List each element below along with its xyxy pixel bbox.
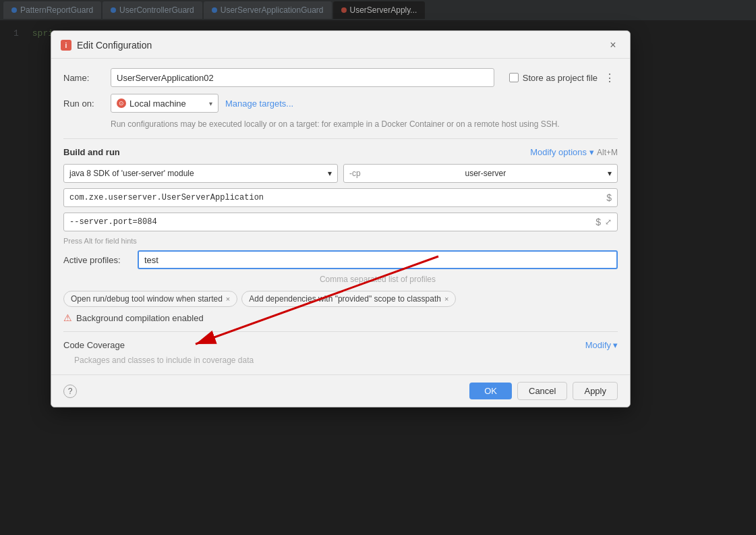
coverage-title: Code Coverage — [63, 340, 125, 350]
vm-options-field[interactable]: --server.port=8084 — [69, 217, 595, 227]
name-row: Name: Store as project file ⋮ — [63, 68, 618, 87]
edit-configuration-dialog: i Edit Configuration × Name: Store as pr… — [51, 30, 631, 407]
badge-run-debug-label: Open run/debug tool window when started — [71, 294, 223, 304]
expand-icon[interactable]: ⤢ — [605, 217, 612, 227]
coverage-modify-link[interactable]: Modify ▾ — [585, 340, 618, 350]
active-profiles-row: Active profiles: — [63, 250, 618, 269]
apply-button[interactable]: Apply — [573, 382, 618, 400]
dialog-titlebar: i Edit Configuration × — [51, 31, 630, 59]
vm-options-icons: $ ⤢ — [595, 217, 612, 227]
dialog-body: Name: Store as project file ⋮ Run on: ⊙ … — [51, 59, 630, 374]
build-run-title: Build and run — [63, 147, 120, 157]
coverage-modify-chevron: ▾ — [613, 340, 618, 350]
build-run-header: Build and run Modify options ▾ Alt+M — [63, 147, 618, 157]
warning-icon: ⚠ — [63, 312, 72, 323]
packages-hint: Packages and classes to include in cover… — [74, 356, 618, 365]
separator-1 — [63, 138, 618, 139]
name-input[interactable] — [111, 68, 494, 87]
modify-options-area[interactable]: Modify options ▾ Alt+M — [530, 147, 618, 157]
cp-dropdown-arrow: ▾ — [608, 169, 612, 178]
cp-select[interactable]: -cp user-server ▾ — [343, 164, 618, 183]
main-class-icons: $ — [606, 192, 612, 203]
help-icon[interactable]: ? — [63, 385, 77, 398]
badge-add-deps-label: Add dependencies with "provided" scope t… — [249, 294, 441, 304]
coverage-header: Code Coverage Modify ▾ — [63, 340, 618, 350]
store-file-label: Store as project file — [523, 73, 598, 83]
store-more-button[interactable]: ⋮ — [602, 72, 618, 84]
badge-run-debug-close[interactable]: × — [226, 295, 230, 303]
dollar-icon[interactable]: $ — [606, 192, 612, 203]
comma-hint: Comma separated list of profiles — [138, 275, 618, 284]
shortcut-hint: Alt+M — [597, 148, 618, 157]
modify-options-label: Modify options — [530, 147, 587, 157]
local-machine-select[interactable]: ⊙ Local machine ▾ — [111, 94, 219, 113]
local-machine-text: Local machine — [129, 98, 206, 109]
press-alt-hint: Press Alt for field hints — [63, 237, 618, 245]
chevron-down-icon: ▾ — [589, 147, 594, 157]
coverage-modify-label: Modify — [585, 340, 611, 350]
run-on-label: Run on: — [63, 98, 104, 109]
warning-text: Background compilation enabled — [76, 313, 204, 323]
run-on-hint: Run configurations may be executed local… — [111, 118, 618, 130]
code-coverage-section: Code Coverage Modify ▾ Packages and clas… — [63, 340, 618, 365]
vm-dollar-icon[interactable]: $ — [595, 217, 601, 227]
badges-row: Open run/debug tool window when started … — [63, 291, 618, 307]
dialog-footer: ? OK Cancel Apply — [51, 374, 630, 407]
badge-run-debug: Open run/debug tool window when started … — [63, 291, 237, 307]
sdk-select[interactable]: java 8 SDK of 'user-server' module ▾ — [63, 164, 338, 183]
badge-add-deps-close[interactable]: × — [444, 295, 448, 303]
dialog-app-icon: i — [61, 40, 71, 51]
store-file-checkbox[interactable] — [509, 73, 519, 82]
run-on-row: Run on: ⊙ Local machine ▾ Manage targets… — [63, 94, 618, 113]
cp-prefix: -cp — [349, 169, 361, 178]
close-button[interactable]: × — [606, 38, 620, 53]
vm-options-row: --server.port=8084 $ ⤢ — [63, 213, 618, 231]
sdk-select-label: java 8 SDK of 'user-server' module — [69, 169, 194, 178]
cancel-button[interactable]: Cancel — [517, 382, 567, 400]
sdk-dropdown-arrow: ▾ — [328, 169, 332, 178]
name-label: Name: — [63, 73, 104, 83]
active-profiles-label: Active profiles: — [63, 255, 131, 265]
active-profiles-input[interactable] — [138, 250, 618, 269]
manage-targets-link[interactable]: Manage targets... — [225, 98, 293, 109]
cp-value: user-server — [465, 169, 506, 178]
main-class-row: com.zxe.userserver.UserServerApplication… — [63, 188, 618, 207]
badge-add-deps: Add dependencies with "provided" scope t… — [241, 291, 456, 307]
local-machine-icon: ⊙ — [117, 98, 126, 108]
dialog-title-area: i Edit Configuration — [61, 40, 152, 51]
separator-2 — [63, 331, 618, 332]
ok-button[interactable]: OK — [469, 383, 512, 399]
main-class-field[interactable]: com.zxe.userserver.UserServerApplication — [69, 193, 606, 202]
dialog-title-text: Edit Configuration — [77, 40, 152, 51]
sdk-cp-row: java 8 SDK of 'user-server' module ▾ -cp… — [63, 164, 618, 183]
store-file-area: Store as project file ⋮ — [509, 72, 618, 84]
dropdown-arrow-icon: ▾ — [209, 100, 212, 107]
warning-row: ⚠ Background compilation enabled — [63, 312, 618, 323]
